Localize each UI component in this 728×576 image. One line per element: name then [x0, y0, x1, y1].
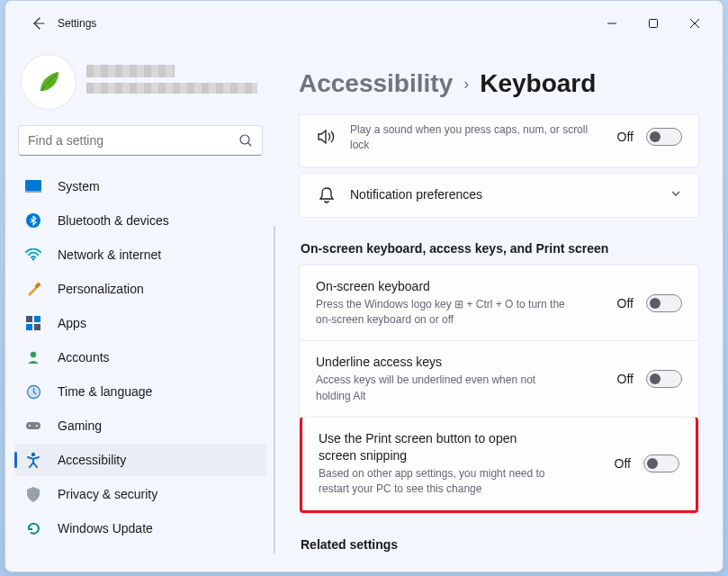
bell-icon	[316, 186, 337, 204]
window-body: System Bluetooth & devices Network & int…	[5, 46, 723, 572]
toggle-state: Off	[617, 296, 634, 310]
maximize-button[interactable]	[633, 9, 674, 38]
nav-label: Accounts	[58, 350, 110, 364]
row-title: Use the Print screen button to open scre…	[319, 430, 553, 464]
profile-block[interactable]	[14, 55, 266, 125]
row-title: On-screen keyboard	[316, 278, 605, 295]
close-button[interactable]	[674, 9, 715, 38]
row-subtitle: Access keys will be underlined even when…	[316, 373, 568, 404]
nav-update[interactable]: Windows Update	[14, 512, 266, 544]
nav-label: Privacy & security	[58, 487, 157, 501]
svg-point-19	[36, 425, 38, 427]
clock-globe-icon	[25, 383, 41, 400]
profile-info	[86, 65, 263, 99]
gamepad-icon	[25, 418, 41, 434]
nav-personalization[interactable]: Personalization	[14, 273, 266, 305]
svg-rect-7	[25, 191, 41, 193]
svg-rect-14	[34, 324, 40, 330]
card-toggle-sounds: Play a sound when you press caps, num, o…	[299, 114, 699, 167]
nav-privacy[interactable]: Privacy & security	[14, 478, 266, 510]
nav-accounts[interactable]: Accounts	[14, 341, 266, 374]
nav-list: System Bluetooth & devices Network & int…	[14, 170, 266, 544]
breadcrumb: Accessibility › Keyboard	[299, 46, 699, 114]
svg-rect-12	[34, 316, 40, 322]
row-subtitle: Based on other app settings, you might n…	[319, 466, 571, 498]
minimize-button[interactable]	[591, 9, 633, 38]
row-title: Notification preferences	[350, 186, 657, 203]
nav-label: Network & internet	[58, 248, 161, 262]
search-icon	[238, 133, 253, 148]
svg-point-20	[31, 453, 35, 456]
sidebar: System Bluetooth & devices Network & int…	[5, 46, 275, 572]
row-subtitle: Play a sound when you press caps, num, o…	[350, 122, 602, 154]
row-subtitle: Press the Windows logo key ⊞ + Ctrl + O …	[316, 297, 568, 328]
search-box[interactable]	[18, 125, 263, 156]
search-input[interactable]	[28, 133, 238, 148]
svg-rect-11	[26, 316, 32, 322]
nav-label: Personalization	[58, 282, 144, 296]
row-osk[interactable]: On-screen keyboard Press the Windows log…	[300, 266, 698, 341]
toggle-uak[interactable]	[646, 370, 682, 388]
paintbrush-icon	[25, 281, 41, 297]
settings-window: Settings System B	[4, 0, 724, 572]
titlebar: Settings	[5, 1, 723, 46]
breadcrumb-current: Keyboard	[480, 69, 596, 98]
section-header: On-screen keyboard, access keys, and Pri…	[301, 241, 699, 256]
toggle-state: Off	[615, 456, 631, 471]
row-underline-access-keys[interactable]: Underline access keys Access keys will b…	[300, 340, 698, 417]
back-arrow-icon	[31, 16, 45, 31]
bluetooth-icon	[25, 212, 41, 229]
back-button[interactable]	[22, 7, 54, 40]
svg-point-18	[29, 425, 31, 427]
shield-icon	[25, 486, 41, 502]
nav-label: Apps	[58, 316, 86, 330]
content-area: Accessibility › Keyboard Play a sound wh…	[275, 46, 723, 572]
window-title: Settings	[58, 17, 96, 30]
chevron-right-icon: ›	[463, 75, 469, 94]
row-sound[interactable]: Play a sound when you press caps, num, o…	[300, 115, 698, 166]
update-icon	[25, 520, 41, 536]
svg-point-15	[31, 352, 36, 357]
chevron-down-icon	[670, 187, 682, 203]
nav-label: Gaming	[58, 418, 102, 433]
breadcrumb-parent[interactable]: Accessibility	[299, 69, 453, 98]
section-header-related: Related settings	[301, 537, 699, 552]
row-print-screen[interactable]: Use the Print screen button to open scre…	[300, 417, 698, 513]
nav-accessibility[interactable]: Accessibility	[14, 444, 266, 476]
nav-gaming[interactable]: Gaming	[14, 410, 266, 442]
person-icon	[25, 349, 41, 365]
display-icon	[25, 178, 41, 194]
avatar	[22, 55, 76, 109]
toggle-osk[interactable]	[646, 294, 682, 312]
svg-rect-13	[26, 324, 32, 330]
card-osk-group: On-screen keyboard Press the Windows log…	[299, 265, 699, 514]
row-title: Underline access keys	[316, 354, 605, 371]
svg-point-4	[240, 135, 249, 144]
svg-rect-17	[26, 422, 40, 429]
nav-network[interactable]: Network & internet	[14, 238, 266, 271]
profile-email-redacted	[86, 83, 257, 94]
svg-rect-6	[25, 180, 41, 191]
speaker-icon	[316, 129, 337, 145]
nav-apps[interactable]: Apps	[14, 307, 266, 339]
sidebar-scrollbar[interactable]	[274, 226, 275, 554]
nav-label: Accessibility	[58, 453, 126, 467]
row-notification[interactable]: Notification preferences	[300, 174, 698, 217]
nav-system[interactable]: System	[14, 170, 266, 202]
nav-label: Time & language	[58, 384, 152, 399]
profile-name-redacted	[86, 65, 175, 77]
card-notification: Notification preferences	[299, 173, 699, 218]
toggle-printscreen[interactable]	[643, 454, 679, 472]
nav-bluetooth[interactable]: Bluetooth & devices	[14, 204, 266, 237]
svg-rect-1	[650, 20, 658, 28]
nav-label: Windows Update	[58, 521, 153, 536]
wifi-icon	[25, 247, 41, 263]
nav-label: System	[58, 179, 100, 194]
toggle-state: Off	[617, 372, 634, 386]
nav-time[interactable]: Time & language	[14, 375, 266, 408]
svg-line-5	[248, 143, 251, 146]
toggle-sound[interactable]	[646, 128, 682, 146]
window-controls	[591, 9, 715, 38]
apps-icon	[25, 315, 41, 331]
svg-point-9	[32, 258, 35, 261]
